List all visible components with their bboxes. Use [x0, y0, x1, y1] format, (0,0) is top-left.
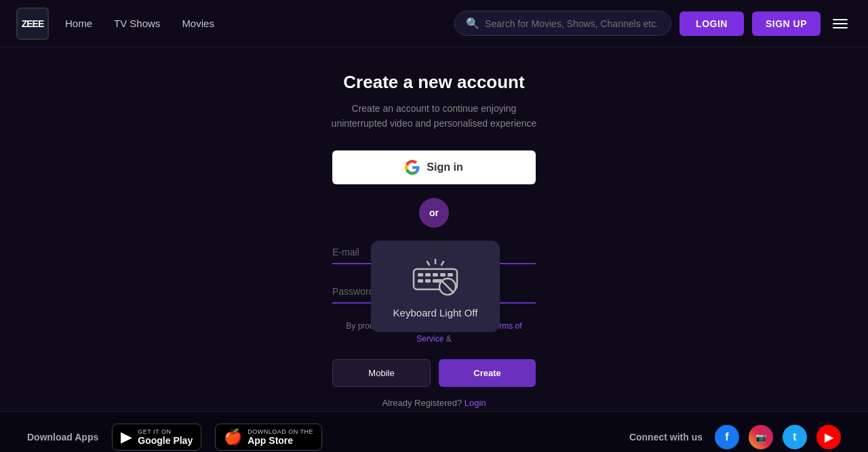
page-title: Create a new account	[343, 72, 524, 93]
nav-tv-shows[interactable]: TV Shows	[114, 18, 160, 29]
svg-rect-7	[440, 273, 446, 276]
main-nav: Home TV Shows Movies	[65, 18, 454, 29]
create-button[interactable]: Create	[439, 359, 536, 387]
app-store-name: App Store	[248, 435, 313, 446]
already-registered-text: Already Registered? Login	[332, 398, 536, 408]
login-button[interactable]: LOGIN	[679, 12, 744, 36]
svg-rect-5	[425, 273, 431, 276]
action-buttons: Mobile Create	[332, 359, 536, 387]
google-signin-button[interactable]: Sign in	[332, 150, 536, 184]
hamburger-line	[833, 27, 848, 28]
header: ZEEE Home TV Shows Movies 🔍 LOGIN SIGN U…	[0, 0, 868, 47]
download-apps-label: Download Apps	[27, 432, 98, 443]
svg-line-1	[441, 262, 443, 265]
search-icon: 🔍	[466, 17, 479, 30]
keyboard-light-popup: Keyboard Light Off	[371, 241, 500, 332]
logo[interactable]: ZEEE	[16, 7, 49, 40]
header-right: 🔍 LOGIN SIGN UP	[454, 11, 852, 36]
svg-rect-6	[433, 273, 438, 276]
apple-icon: 🍎	[224, 428, 242, 446]
hamburger-line	[833, 23, 848, 24]
footer-right: Connect with us f 📷 t ▶	[629, 425, 841, 449]
google-logo-icon	[405, 160, 420, 175]
mobile-button[interactable]: Mobile	[332, 359, 431, 387]
instagram-icon[interactable]: 📷	[749, 425, 773, 449]
nav-movies[interactable]: Movies	[182, 18, 214, 29]
svg-rect-10	[425, 279, 431, 283]
keyboard-off-icon	[408, 257, 462, 297]
footer: Download Apps ▶ GET IT ON Google Play 🍎 …	[0, 411, 868, 452]
svg-rect-8	[448, 273, 453, 276]
facebook-icon[interactable]: f	[715, 425, 739, 449]
svg-line-2	[427, 262, 429, 265]
hamburger-line	[833, 19, 848, 20]
search-bar[interactable]: 🔍	[454, 11, 671, 36]
google-play-name: Google Play	[138, 435, 193, 446]
google-play-icon: ▶	[121, 428, 132, 446]
google-signin-label: Sign in	[427, 161, 462, 173]
footer-left: Download Apps ▶ GET IT ON Google Play 🍎 …	[27, 424, 322, 451]
hamburger-menu[interactable]	[829, 15, 852, 33]
youtube-icon[interactable]: ▶	[816, 425, 841, 449]
app-store-sub: Download on the	[248, 428, 313, 435]
twitter-icon[interactable]: t	[783, 425, 807, 449]
app-store-badge[interactable]: 🍎 Download on the App Store	[215, 424, 322, 451]
keyboard-popup-text: Keyboard Light Off	[393, 307, 478, 319]
google-play-sub: GET IT ON	[138, 428, 193, 435]
svg-rect-9	[418, 279, 423, 283]
search-input[interactable]	[485, 18, 660, 29]
google-play-badge[interactable]: ▶ GET IT ON Google Play	[112, 424, 201, 451]
connect-with-us-label: Connect with us	[629, 432, 703, 443]
or-divider: or	[419, 198, 449, 228]
page-subtitle: Create an account to continue enjoying u…	[332, 101, 537, 131]
login-link[interactable]: Login	[465, 398, 486, 408]
nav-home[interactable]: Home	[65, 18, 92, 29]
svg-rect-4	[418, 273, 423, 276]
signup-button[interactable]: SIGN UP	[752, 12, 821, 36]
